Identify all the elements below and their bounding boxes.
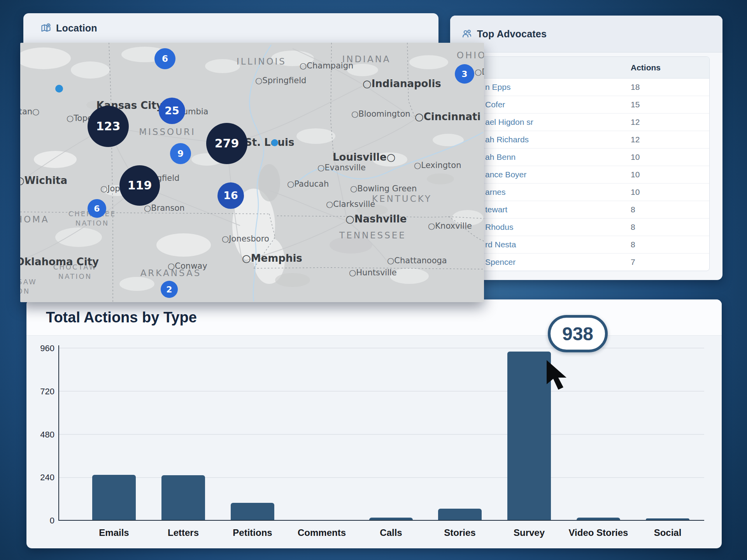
location-card-header: Location xyxy=(23,13,438,43)
map-town-label: ○Conway xyxy=(168,261,207,271)
tooltip-value: 938 xyxy=(562,323,593,345)
map-territory-label: CHICKASAW xyxy=(20,278,37,286)
map-point-marker[interactable] xyxy=(55,85,63,93)
cluster-count: 3 xyxy=(461,69,467,79)
x-axis-label: Comments xyxy=(289,527,355,539)
cluster-count: 2 xyxy=(166,285,172,294)
table-row[interactable]: Cofer15 xyxy=(459,96,709,114)
bar-social[interactable] xyxy=(646,518,689,520)
advocate-actions-count: 7 xyxy=(606,257,709,267)
advocate-actions-count: 15 xyxy=(606,100,709,109)
map-location-icon xyxy=(40,23,51,33)
x-axis-label: Emails xyxy=(81,527,147,539)
map-town-label: ○Bowling Green xyxy=(350,184,417,193)
table-row[interactable]: n Epps18 xyxy=(459,79,709,96)
map-city-label: St. Louis xyxy=(245,136,294,148)
map-city-label: ○Indianapolis xyxy=(363,78,441,89)
cluster-count: 9 xyxy=(177,149,184,159)
gridline xyxy=(58,391,704,392)
map-state-label: OKLAHOMA xyxy=(20,214,49,224)
map-point-marker[interactable] xyxy=(271,139,278,146)
map-city-label: ○Cincinnati xyxy=(415,111,480,122)
bar-calls[interactable] xyxy=(369,518,413,520)
table-row[interactable]: ael Higdon sr12 xyxy=(459,114,709,131)
x-axis-label: Survey xyxy=(496,527,562,539)
map-town-label: ○Clarksville xyxy=(326,200,375,209)
map-city-label: ○Wichita xyxy=(20,175,67,186)
advocate-actions-count: 10 xyxy=(606,152,709,162)
x-axis-line xyxy=(58,520,704,521)
advocate-actions-count: 12 xyxy=(606,135,709,144)
map-town-label: ○Jonesboro xyxy=(222,234,269,243)
map-town-label: ○Champaign xyxy=(300,61,353,70)
cluster-count: 6 xyxy=(162,54,168,64)
table-row[interactable]: ah Richards12 xyxy=(459,131,709,149)
advocate-actions-count: 10 xyxy=(606,170,709,179)
bar-petitions[interactable] xyxy=(231,503,274,520)
mouse-cursor-icon xyxy=(545,359,577,394)
x-axis-label: Petitions xyxy=(219,527,286,539)
advocates-table-header-row: Actions xyxy=(459,57,709,79)
advocate-actions-count: 10 xyxy=(606,187,709,197)
map-town-label: ○Bloomington xyxy=(351,109,410,119)
people-icon xyxy=(461,28,472,39)
top-advocates-card: Top Advocates Actions n Epps18 Cofer15 a… xyxy=(450,16,722,280)
map-city-label: ○Memphis xyxy=(242,252,302,264)
table-row[interactable]: Rhodus8 xyxy=(459,219,709,236)
cluster-count: 119 xyxy=(128,178,152,192)
table-row[interactable]: Spencer7 xyxy=(459,254,709,271)
advocates-table: Actions n Epps18 Cofer15 ael Higdon sr12… xyxy=(459,56,710,271)
top-advocates-header: Top Advocates xyxy=(450,16,722,52)
map-state-label: MISSOURI xyxy=(139,127,196,137)
advocate-actions-count: 12 xyxy=(606,117,709,127)
advocate-actions-count: 8 xyxy=(606,222,709,232)
map-city-label: ○Oklahoma City xyxy=(20,256,99,268)
location-card-title: Location xyxy=(56,23,97,34)
value-tooltip: 938 xyxy=(548,315,608,352)
map-territory-label: NATION xyxy=(58,272,92,280)
y-axis-tick: 0 xyxy=(26,516,54,525)
x-axis-label: Calls xyxy=(358,527,424,539)
bar-letters[interactable] xyxy=(161,475,205,520)
y-axis-tick: 240 xyxy=(26,473,54,482)
cluster-count: 123 xyxy=(96,119,121,133)
map-town-label: ○Branson xyxy=(144,203,185,213)
y-axis-tick: 720 xyxy=(26,387,54,396)
x-axis-label: Video Stories xyxy=(565,527,631,539)
x-axis-label: Letters xyxy=(150,527,216,539)
chart-title: Total Actions by Type xyxy=(46,309,197,326)
bar-survey[interactable] xyxy=(507,352,551,520)
map-town-label: ○Chattanooga xyxy=(387,256,447,265)
gridline xyxy=(58,348,704,348)
map-town-label: ○Lexington xyxy=(414,161,461,170)
map-town-label: ○Knoxville xyxy=(428,221,472,231)
map-town-label: ○Dayton xyxy=(475,67,484,77)
x-axis-label: Social xyxy=(635,527,701,539)
bar-chart-plot-area xyxy=(58,345,704,521)
bar-stories[interactable] xyxy=(438,509,482,520)
map-town-label: ○Huntsville xyxy=(349,268,397,277)
location-map[interactable]: ILLINOIS INDIANA OHIO MISSOURI KENTUCKY … xyxy=(20,43,484,302)
table-row[interactable]: tewart8 xyxy=(459,201,709,219)
cluster-count: 6 xyxy=(94,204,100,214)
table-row[interactable]: ah Benn10 xyxy=(459,149,709,166)
bar-emails[interactable] xyxy=(92,475,136,520)
cluster-count: 16 xyxy=(223,189,238,201)
x-axis-label: Stories xyxy=(427,527,493,539)
advocate-actions-count: 18 xyxy=(606,82,709,92)
map-town-label: ○Paducah xyxy=(287,179,329,189)
map-state-label: TENNESSEE xyxy=(339,230,406,240)
table-row[interactable]: rd Nesta8 xyxy=(459,236,709,254)
cluster-count: 25 xyxy=(165,105,179,117)
map-state-label: KENTUCKY xyxy=(372,194,432,204)
cluster-count: 279 xyxy=(215,136,239,150)
table-row[interactable]: arnes10 xyxy=(459,184,709,201)
chart-title-strip: Total Actions by Type xyxy=(26,299,722,336)
actions-column-header: Actions xyxy=(606,63,709,72)
y-axis-tick: 480 xyxy=(26,430,54,439)
bar-video-stories[interactable] xyxy=(577,518,620,520)
map-town-label: ○Springfield xyxy=(255,76,306,85)
table-row[interactable]: ance Boyer10 xyxy=(459,166,709,184)
y-axis-tick: 960 xyxy=(26,344,54,353)
y-axis-line xyxy=(58,345,59,521)
